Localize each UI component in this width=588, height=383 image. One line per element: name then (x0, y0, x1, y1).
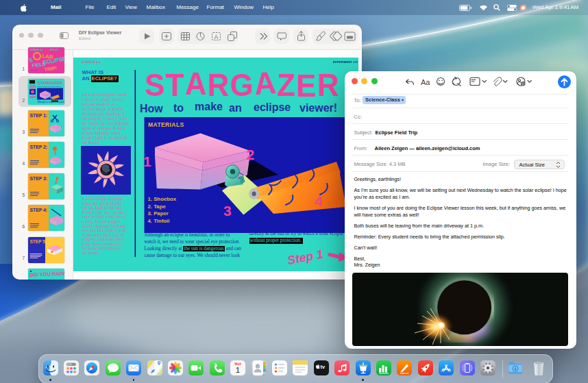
svg-text:1: 1 (143, 153, 151, 169)
svg-text:4: 4 (315, 193, 323, 209)
svg-text:1. Shoebox: 1. Shoebox (148, 196, 177, 202)
svg-text:2: 2 (247, 147, 255, 162)
svg-text:Wed 1 p.m.: Wed 1 p.m. (30, 69, 38, 71)
svg-text:How to make an eclipse viewer!: How to make an eclipse viewer! (37, 86, 61, 88)
svg-text:STEP 2:: STEP 2: (30, 145, 48, 149)
svg-text:STEP 3:: STEP 3: (30, 176, 48, 181)
svg-text:4. Tinfoil: 4. Tinfoil (148, 218, 170, 224)
svg-text:EXPERIMENT #11: EXPERIMENT #11 (333, 60, 358, 64)
svg-text:TRIP!: TRIP! (44, 65, 57, 71)
svg-text:tv: tv (320, 364, 325, 370)
svg-text:EXP. #11: EXP. #11 (50, 49, 58, 51)
svg-text:STARGAZER: STARGAZER (38, 81, 62, 85)
svg-text:STEP 5:: STEP 5: (30, 239, 47, 244)
svg-text:SCIENCE 4.2: SCIENCE 4.2 (82, 60, 101, 64)
svg-text:STEP 4:: STEP 4: (30, 208, 48, 212)
svg-text:Aa: Aa (421, 78, 430, 86)
svg-text:STEP 1:: STEP 1: (30, 113, 48, 118)
svg-text:2. Tape: 2. Tape (148, 203, 167, 210)
svg-text:A: A (215, 34, 219, 40)
svg-text:DID YOU KNOW?: DID YOU KNOW? (29, 270, 64, 278)
svg-text:1: 1 (236, 366, 240, 374)
svg-text:SCIENCE 4.2: SCIENCE 4.2 (30, 49, 43, 51)
svg-text:3: 3 (223, 203, 232, 219)
svg-text:3. Paper: 3. Paper (148, 210, 169, 217)
svg-text:MATERIALS: MATERIALS (148, 121, 184, 128)
svg-text:Although an eclipse is beautif: Although an eclipse is beautiful, in ord… (38, 100, 64, 103)
svg-text:Step 1: Step 1 (286, 247, 324, 267)
